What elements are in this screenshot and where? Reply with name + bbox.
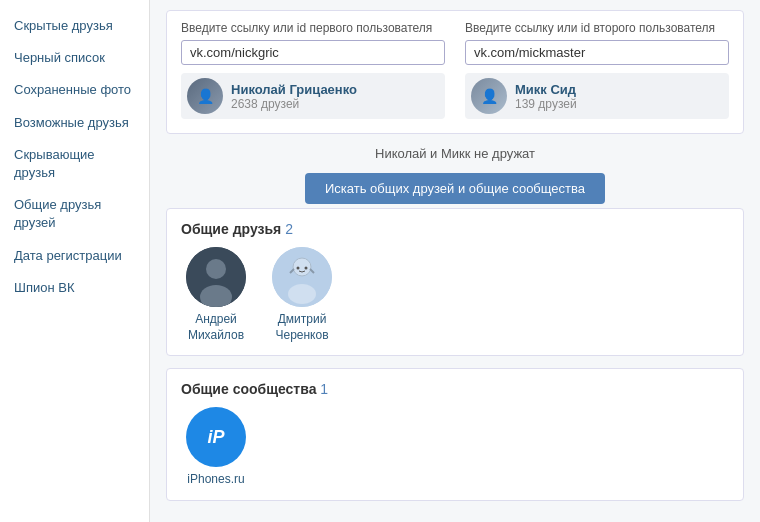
search-area: Введите ссылку или id первого пользовате… xyxy=(166,10,744,134)
user2-avatar: 👤 xyxy=(471,78,507,114)
sidebar-item-mutual-friends[interactable]: Общие друзья друзей xyxy=(0,189,149,239)
user2-label: Введите ссылку или id второго пользовате… xyxy=(465,21,729,35)
not-friends-text: Николай и Микк не дружат xyxy=(166,146,744,161)
sidebar-item-reg-date[interactable]: Дата регистрации xyxy=(0,240,149,272)
search-button-wrap: Искать общих друзей и общие сообщества xyxy=(166,173,744,204)
svg-point-1 xyxy=(206,259,226,279)
svg-point-9 xyxy=(305,267,308,270)
common-friends-count: 2 xyxy=(285,221,293,237)
sidebar: Скрытые друзья Черный список Сохраненные… xyxy=(0,0,150,522)
friend2-name: ДмитрийЧеренков xyxy=(275,312,328,343)
main-content: Введите ссылку или id первого пользовате… xyxy=(150,0,760,522)
user1-col: Введите ссылку или id первого пользовате… xyxy=(181,21,445,119)
svg-point-7 xyxy=(288,284,316,304)
search-button[interactable]: Искать общих друзей и общие сообщества xyxy=(305,173,605,204)
user2-col: Введите ссылку или id второго пользовате… xyxy=(465,21,729,119)
user2-avatar-icon: 👤 xyxy=(481,88,498,104)
user2-input[interactable] xyxy=(465,40,729,65)
friend-item: АндрейМихайлов xyxy=(181,247,251,343)
common-communities-title: Общие сообщества 1 xyxy=(181,381,729,397)
friends-list: АндрейМихайлов ДмитрийЧерен xyxy=(181,247,729,343)
user2-info: Микк Сид 139 друзей xyxy=(515,82,577,111)
user1-card: 👤 Николай Грицаенко 2638 друзей xyxy=(181,73,445,119)
user1-avatar-icon: 👤 xyxy=(197,88,214,104)
communities-list: iP iPhones.ru xyxy=(181,407,729,488)
user1-input[interactable] xyxy=(181,40,445,65)
community-item: iP iPhones.ru xyxy=(181,407,251,488)
friend-item: ДмитрийЧеренков xyxy=(267,247,337,343)
svg-point-4 xyxy=(293,258,311,276)
user2-friends: 139 друзей xyxy=(515,97,577,111)
sidebar-item-hidden-friends[interactable]: Скрытые друзья xyxy=(0,10,149,42)
user2-card: 👤 Микк Сид 139 друзей xyxy=(465,73,729,119)
common-communities-section: Общие сообщества 1 iP iPhones.ru xyxy=(166,368,744,501)
sidebar-item-saved-photos[interactable]: Сохраненные фото xyxy=(0,74,149,106)
user1-name: Николай Грицаенко xyxy=(231,82,357,97)
friend1-name: АндрейМихайлов xyxy=(188,312,244,343)
user1-avatar: 👤 xyxy=(187,78,223,114)
common-friends-title: Общие друзья 2 xyxy=(181,221,729,237)
sidebar-item-vk-spy[interactable]: Шпион ВК xyxy=(0,272,149,304)
friend1-avatar xyxy=(186,247,246,307)
community1-avatar: iP xyxy=(186,407,246,467)
community1-name: iPhones.ru xyxy=(187,472,244,488)
user2-name: Микк Сид xyxy=(515,82,577,97)
common-friends-section: Общие друзья 2 АндрейМихайлов xyxy=(166,208,744,356)
svg-point-8 xyxy=(297,267,300,270)
sidebar-item-possible-friends[interactable]: Возможные друзья xyxy=(0,107,149,139)
user1-friends: 2638 друзей xyxy=(231,97,357,111)
friend2-avatar xyxy=(272,247,332,307)
common-communities-count: 1 xyxy=(320,381,328,397)
sidebar-item-hiding-friends[interactable]: Скрывающие друзья xyxy=(0,139,149,189)
user1-label: Введите ссылку или id первого пользовате… xyxy=(181,21,445,35)
user1-info: Николай Грицаенко 2638 друзей xyxy=(231,82,357,111)
sidebar-item-blacklist[interactable]: Черный список xyxy=(0,42,149,74)
